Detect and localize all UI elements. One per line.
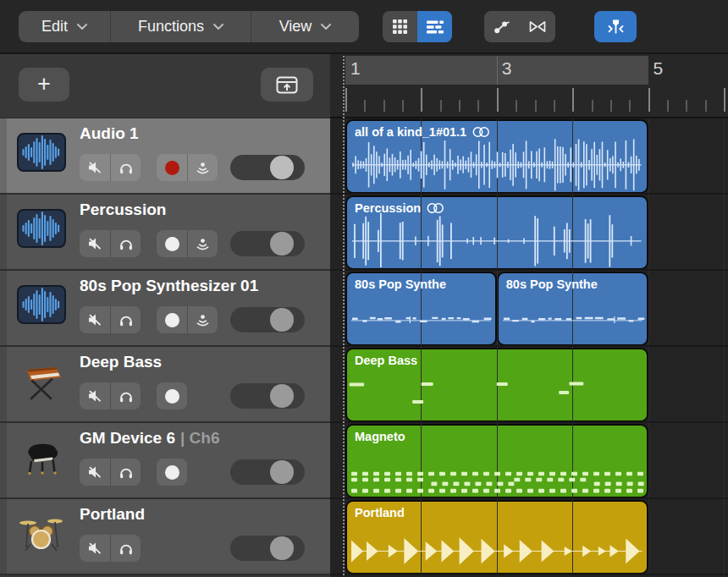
view-menu-button[interactable]: View	[251, 11, 359, 42]
headphones-icon	[119, 161, 134, 174]
solo-button[interactable]	[110, 306, 141, 333]
track-row[interactable]: Percussion	[0, 195, 330, 271]
automation-button[interactable]	[484, 11, 520, 42]
track-row-gutter	[0, 347, 7, 421]
grid-view-button[interactable]	[383, 11, 417, 42]
playhead[interactable]	[343, 56, 345, 575]
slider-knob[interactable]	[270, 536, 294, 560]
track-lanes: all of a kind_1#01.1 Percussion 80s Pop …	[330, 118, 728, 577]
track-header-options-button[interactable]	[261, 68, 313, 102]
solo-button[interactable]	[110, 459, 141, 486]
region[interactable]: all of a kind_1#01.1	[345, 119, 648, 194]
slider-knob[interactable]	[270, 156, 294, 179]
mute-button[interactable]	[80, 154, 110, 181]
edit-menu-label: Edit	[41, 18, 68, 36]
grand-piano-icon[interactable]	[17, 437, 66, 476]
track-volume-slider[interactable]	[230, 155, 305, 180]
record-enable-button[interactable]	[157, 306, 187, 333]
record-enable-button[interactable]	[157, 382, 187, 409]
track-row[interactable]: GM Device 6| Ch6	[0, 423, 330, 499]
ruler-bar-tick	[572, 88, 574, 112]
region[interactable]: Portland	[345, 500, 648, 574]
track-volume-slider[interactable]	[230, 459, 305, 485]
record-dot	[165, 161, 179, 175]
slider-knob[interactable]	[270, 384, 294, 408]
solo-button[interactable]	[110, 230, 141, 257]
slider-knob[interactable]	[270, 460, 294, 484]
lane-divider	[330, 574, 728, 575]
record-dot	[165, 313, 179, 327]
input-monitoring-button[interactable]	[187, 306, 218, 333]
region[interactable]: Magneto	[345, 424, 648, 498]
edit-menu-button[interactable]: Edit	[19, 11, 110, 42]
track-row[interactable]: 80s Pop Synthesizer 01	[0, 271, 330, 347]
track-volume-slider[interactable]	[230, 307, 305, 332]
ruler-bar-tick	[648, 88, 650, 112]
region[interactable]: 80s Pop Synthe	[497, 272, 648, 346]
mute-button[interactable]	[80, 459, 110, 486]
functions-menu-button[interactable]: Functions	[110, 11, 251, 42]
add-track-button[interactable]: +	[19, 68, 69, 102]
ruler-beat-tick	[610, 100, 612, 112]
record-monitor-group	[157, 306, 218, 333]
region-label: 80s Pop Synthe	[506, 278, 598, 291]
rows-icon	[427, 20, 444, 34]
track-name: Deep Bass	[80, 353, 167, 371]
logic-pro-tracks-window: Edit Functions View	[0, 0, 728, 577]
region[interactable]: Deep Bass	[345, 348, 648, 422]
drum-kit-icon[interactable]	[17, 514, 66, 552]
track-name: Percussion	[80, 201, 171, 219]
track-panel-header: +	[0, 54, 330, 118]
playhead-arrows-icon	[607, 19, 625, 35]
catch-playhead-button[interactable]	[594, 11, 637, 42]
mute-button[interactable]	[80, 306, 110, 333]
mute-solo-group	[80, 535, 141, 562]
ruler-beat-tick	[629, 100, 631, 112]
slider-knob[interactable]	[270, 308, 294, 332]
solo-button[interactable]	[110, 154, 141, 181]
slider-knob[interactable]	[270, 232, 294, 256]
ruler-beat-tick	[667, 100, 669, 112]
record-enable-button[interactable]	[157, 230, 187, 257]
track-volume-slider[interactable]	[230, 536, 305, 561]
mute-button[interactable]	[80, 535, 110, 562]
bar-ruler[interactable]: 1 3 5	[330, 54, 728, 118]
functions-menu-label: Functions	[138, 18, 204, 36]
record-enable-button[interactable]	[157, 154, 187, 181]
view-menu-label: View	[279, 18, 312, 36]
region[interactable]: Percussion	[345, 195, 648, 270]
track-row[interactable]: Deep Bass	[0, 347, 330, 423]
track-row[interactable]: Portland	[0, 499, 330, 575]
input-monitoring-icon	[196, 237, 210, 251]
track-row[interactable]: Audio 1	[0, 118, 330, 195]
mute-button[interactable]	[80, 382, 110, 409]
lane-divider	[330, 193, 728, 195]
flex-button[interactable]	[520, 11, 555, 42]
track-volume-slider[interactable]	[230, 383, 305, 409]
input-monitoring-button[interactable]	[187, 154, 218, 181]
mute-solo-group	[80, 459, 141, 486]
input-monitoring-button[interactable]	[187, 230, 218, 257]
audio-waveform-icon[interactable]	[17, 285, 66, 324]
audio-waveform-icon[interactable]	[17, 209, 66, 248]
automation-flex-segmented-control	[484, 11, 555, 42]
ruler-beat-tick	[535, 100, 537, 112]
solo-button[interactable]	[110, 535, 141, 562]
ruler-beat-tick	[459, 100, 461, 112]
audio-waveform-icon[interactable]	[17, 133, 66, 172]
synthesizer-icon[interactable]	[17, 361, 66, 400]
track-channel-suffix: | Ch6	[180, 429, 220, 447]
record-enable-button[interactable]	[157, 459, 187, 486]
muted-speaker-icon	[87, 389, 102, 403]
chevron-down-icon	[213, 24, 223, 30]
headphones-icon	[119, 237, 134, 250]
ruler-label: 3	[502, 58, 512, 79]
muted-speaker-icon	[87, 465, 102, 479]
mute-button[interactable]	[80, 230, 110, 257]
headphones-icon	[119, 541, 134, 555]
track-volume-slider[interactable]	[230, 231, 305, 256]
region[interactable]: 80s Pop Synthe	[345, 272, 497, 346]
solo-button[interactable]	[110, 382, 141, 409]
tracks-view-button[interactable]	[417, 11, 452, 42]
ruler-beat-tick	[402, 100, 404, 112]
